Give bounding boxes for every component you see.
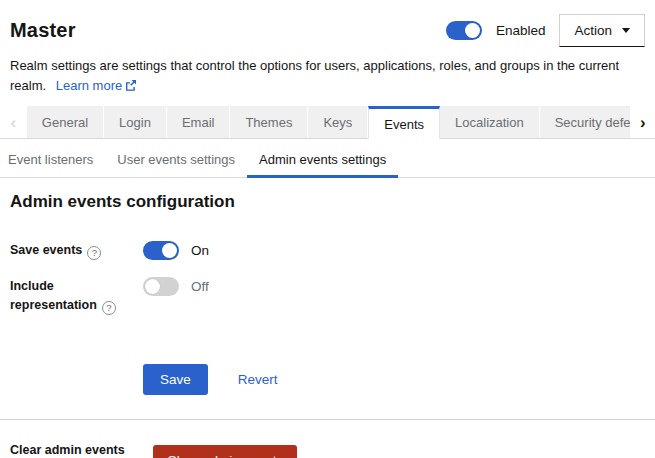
tabs-scroll-left-button[interactable]: ‹	[0, 106, 27, 138]
toggle-knob	[465, 23, 480, 38]
tab-localization[interactable]: Localization	[440, 106, 540, 138]
form-actions: Save Revert	[143, 364, 645, 395]
tab-label: Localization	[455, 115, 524, 130]
admin-events-form: Save events? On Include representation? …	[10, 241, 645, 315]
tab-label: Security defens	[555, 115, 631, 130]
chevron-right-icon: ›	[640, 114, 646, 131]
realm-enabled-toggle[interactable]	[446, 21, 482, 40]
tab-login[interactable]: Login	[104, 106, 167, 138]
subtab-user-events-settings[interactable]: User events settings	[105, 143, 247, 178]
tab-label: General	[42, 115, 88, 130]
tab-general[interactable]: General	[27, 106, 104, 138]
save-events-label: Save events?	[10, 241, 143, 260]
subtab-label: Event listeners	[8, 152, 93, 167]
include-representation-row: Include representation? Off	[10, 277, 645, 315]
realm-settings-tabs: ‹ General Login Email Themes Keys Events…	[0, 106, 655, 139]
page-title: Master	[10, 19, 76, 42]
include-representation-label: Include representation?	[10, 277, 143, 315]
section-divider	[0, 419, 655, 420]
subtab-label: Admin events settings	[259, 152, 386, 167]
events-subtabs: Event listeners User events settings Adm…	[0, 143, 655, 178]
tab-label: Keys	[323, 115, 352, 130]
tab-events[interactable]: Events	[368, 106, 440, 139]
subtab-admin-events-settings[interactable]: Admin events settings	[247, 143, 398, 178]
tab-label: Themes	[245, 115, 292, 130]
toggle-knob	[162, 243, 177, 258]
field-label-text: Save events	[10, 243, 82, 257]
subtab-event-listeners[interactable]: Event listeners	[0, 143, 105, 178]
section-heading: Admin events configuration	[10, 192, 645, 212]
save-events-row: Save events? On	[10, 241, 645, 260]
realm-enabled-label: Enabled	[496, 23, 546, 38]
help-icon[interactable]: ?	[102, 301, 116, 315]
tab-themes[interactable]: Themes	[230, 106, 308, 138]
tabs-scroll-right-button[interactable]: ›	[631, 106, 655, 138]
save-events-state: On	[191, 243, 209, 258]
learn-more-label: Learn more	[56, 78, 122, 93]
admin-events-panel: Admin events configuration Save events? …	[0, 178, 655, 458]
learn-more-link[interactable]: Learn more	[56, 78, 137, 93]
help-icon[interactable]: ?	[87, 246, 101, 260]
clear-admin-events-label: Clear admin events?	[10, 441, 143, 458]
subtab-label: User events settings	[117, 152, 235, 167]
clear-admin-events-button[interactable]: Clear admin events	[153, 445, 297, 458]
caret-down-icon	[622, 28, 630, 33]
revert-button[interactable]: Revert	[238, 372, 278, 387]
realm-description: Realm settings are settings that control…	[10, 56, 645, 97]
tab-email[interactable]: Email	[167, 106, 231, 138]
clear-admin-events-row: Clear admin events? Clear admin events	[10, 441, 645, 458]
action-dropdown-label: Action	[574, 23, 612, 38]
external-link-icon	[125, 77, 137, 97]
realm-header: Master Enabled Action Realm settings are…	[0, 0, 655, 97]
tab-label: Events	[384, 117, 424, 132]
tab-label: Login	[119, 115, 151, 130]
field-label-text: Clear admin events	[10, 443, 125, 457]
tab-keys[interactable]: Keys	[308, 106, 368, 138]
save-button[interactable]: Save	[143, 364, 208, 395]
field-label-text: Include representation	[10, 279, 97, 312]
tab-label: Email	[182, 115, 215, 130]
toggle-knob	[145, 279, 160, 294]
include-representation-state: Off	[191, 279, 209, 294]
include-representation-toggle[interactable]	[143, 277, 179, 296]
chevron-left-icon: ‹	[11, 114, 17, 131]
save-events-toggle[interactable]	[143, 241, 179, 260]
action-dropdown-button[interactable]: Action	[559, 14, 645, 47]
tab-security-defenses[interactable]: Security defens	[540, 106, 631, 138]
